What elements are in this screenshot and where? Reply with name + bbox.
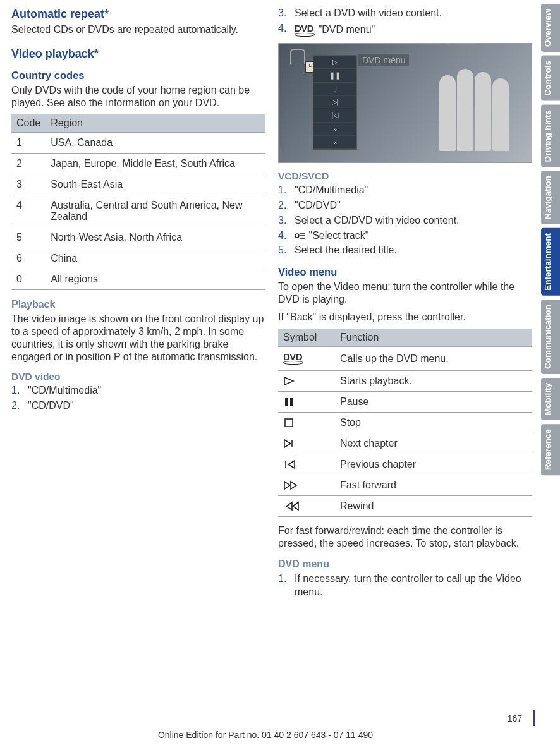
text-playback: The video image is shown on the front co… xyxy=(11,313,265,363)
page-number: 167 xyxy=(508,713,522,724)
heading-vcd-svcd: VCD/SVCD xyxy=(278,171,532,182)
list-item: "CD/DVD" xyxy=(11,399,265,413)
tab-controls[interactable]: Controls xyxy=(541,56,560,101)
heading-dvd-video: DVD video xyxy=(11,371,265,382)
table-row: Previous chapter xyxy=(278,454,532,475)
table-header: Symbol Function xyxy=(278,329,532,347)
table-row: 0All regions xyxy=(11,269,265,290)
left-column: Automatic repeat* Selected CDs or DVDs a… xyxy=(11,5,265,740)
svg-marker-15 xyxy=(286,502,292,510)
step-label: "Select track" xyxy=(308,230,368,241)
table-row: Starts playback. xyxy=(278,371,532,392)
list-item: If necessary, turn the controller to cal… xyxy=(278,572,532,599)
list-item: Select a CD/DVD with video content. xyxy=(278,214,532,227)
tab-reference[interactable]: Reference xyxy=(541,424,560,475)
list-item: "Select track" xyxy=(278,229,532,243)
table-row: Next chapter xyxy=(278,433,532,454)
svg-marker-14 xyxy=(293,502,298,510)
col-code: Code xyxy=(11,114,46,133)
mock-menu: ▷❚❚▯▷||◁»« xyxy=(313,55,357,150)
table-row: 1USA, Canada xyxy=(11,133,265,154)
dvd-menu-icon: DVD xyxy=(278,347,335,371)
pause-icon xyxy=(278,392,335,413)
svg-marker-4 xyxy=(284,377,293,385)
col-region: Region xyxy=(46,114,265,133)
tab-communication[interactable]: Communication xyxy=(541,300,560,374)
list-item: "CD/DVD" xyxy=(278,199,532,212)
svg-rect-6 xyxy=(290,398,293,406)
list-item: "CD/Multimedia" xyxy=(11,384,265,397)
track-list-icon xyxy=(295,231,306,240)
text-automatic-repeat: Selected CDs or DVDs are repeated automa… xyxy=(11,23,265,36)
heading-dvd-menu: DVD menu xyxy=(278,559,532,570)
list-item: DVD "DVD menu" xyxy=(278,22,532,39)
mock-menu-label: DVD menu xyxy=(358,54,409,66)
play-icon xyxy=(278,371,335,392)
heading-video-menu: Video menu xyxy=(278,266,532,278)
step-label: "DVD menu" xyxy=(319,24,375,35)
heading-automatic-repeat: Automatic repeat* xyxy=(11,8,265,21)
steps-vcd: "CD/Multimedia" "CD/DVD" Select a CD/DVD… xyxy=(278,184,532,257)
table-row: 2Japan, Europe, Middle East, South Afric… xyxy=(11,154,265,174)
list-item: Select a DVD with video content. xyxy=(278,7,532,20)
svg-rect-7 xyxy=(285,419,293,427)
screenshot-dvd-menu: DVD ▷❚❚▯▷||◁»« DVD menu xyxy=(278,43,532,163)
svg-marker-12 xyxy=(284,482,290,489)
heading-playback: Playback xyxy=(11,299,265,310)
fast-forward-icon xyxy=(278,475,335,496)
table-row: Rewind xyxy=(278,496,532,517)
text-ff-rw: For fast forward/rewind: each time the c… xyxy=(278,524,532,550)
list-item: "CD/Multimedia" xyxy=(278,184,532,197)
heading-country-codes: Country codes xyxy=(11,70,265,82)
section-tabs: Overview Controls Driving hints Navigati… xyxy=(541,0,560,745)
table-row: 3South-East Asia xyxy=(11,174,265,195)
stop-icon xyxy=(278,413,335,433)
text-country-codes: Only DVDs with the code of your home reg… xyxy=(11,84,265,109)
steps-dvd-video: "CD/Multimedia" "CD/DVD" xyxy=(11,384,265,413)
tab-driving-hints[interactable]: Driving hints xyxy=(541,105,560,167)
steps-dvd-menu: If necessary, turn the controller to cal… xyxy=(278,572,532,599)
prev-chapter-icon xyxy=(278,454,335,475)
table-header: Code Region xyxy=(11,114,265,133)
table-row: Pause xyxy=(278,392,532,413)
table-row: 4Australia, Central and South America, N… xyxy=(11,195,265,227)
text-video-menu-1: To open the Video menu: turn the control… xyxy=(278,281,532,306)
footer-text: Online Edition for Part no. 01 40 2 607 … xyxy=(0,730,531,740)
col-symbol: Symbol xyxy=(278,329,335,347)
table-row: 5North-West Asia, North Africa xyxy=(11,227,265,248)
mock-building xyxy=(428,63,523,151)
table-video-menu: Symbol Function DVD Calls up the DVD men… xyxy=(278,329,532,517)
col-function: Function xyxy=(335,329,532,347)
svg-rect-5 xyxy=(285,398,288,406)
steps-dvd-video-cont: Select a DVD with video content. DVD "DV… xyxy=(278,7,532,38)
tab-overview[interactable]: Overview xyxy=(541,4,560,52)
table-row: DVD Calls up the DVD menu. xyxy=(278,347,532,371)
heading-video-playback: Video playback* xyxy=(11,47,265,61)
tab-mobility[interactable]: Mobility xyxy=(541,378,560,420)
table-row: 6China xyxy=(11,248,265,269)
table-region-codes: Code Region 1USA, Canada 2Japan, Europe,… xyxy=(11,114,265,290)
next-chapter-icon xyxy=(278,433,335,454)
svg-marker-13 xyxy=(291,482,296,489)
hand-icon xyxy=(290,49,305,64)
table-row: Stop xyxy=(278,413,532,433)
table-row: Fast forward xyxy=(278,475,532,496)
right-column: Select a DVD with video content. DVD "DV… xyxy=(278,5,532,740)
svg-marker-8 xyxy=(284,440,291,447)
tab-entertainment[interactable]: Entertainment xyxy=(541,228,560,296)
list-item: Select the desired title. xyxy=(278,244,532,257)
rewind-icon xyxy=(278,496,335,517)
svg-marker-11 xyxy=(288,461,295,468)
dvd-icon: DVD xyxy=(295,22,315,39)
svg-point-0 xyxy=(295,234,299,238)
text-video-menu-2: If "Back" is displayed, press the contro… xyxy=(278,311,532,324)
tab-navigation[interactable]: Navigation xyxy=(541,171,560,224)
